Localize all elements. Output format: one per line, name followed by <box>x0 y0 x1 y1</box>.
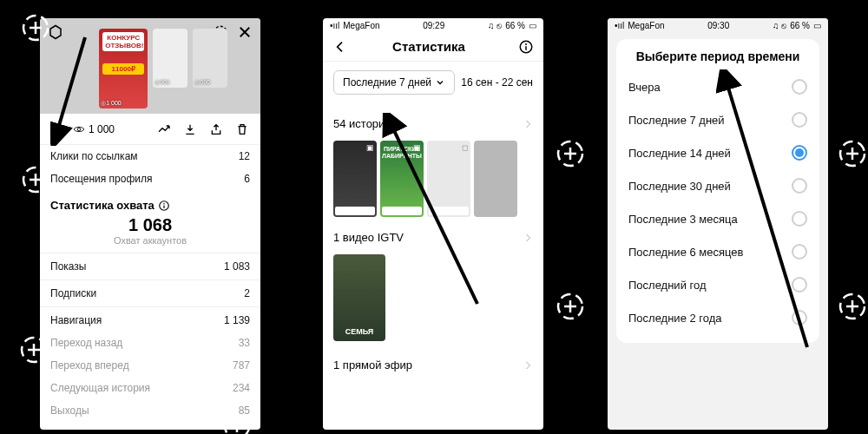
svg-point-4 <box>163 202 165 204</box>
settings-icon[interactable] <box>47 23 64 41</box>
radio-icon <box>792 178 807 194</box>
stat-next-story: Следующая история 234 <box>40 377 260 399</box>
story-header: КОНКУРС ОТЗЫВОВ! 11000₽ ◎1 000 ◎901 ◎680 <box>40 18 260 114</box>
range-dates: 16 сен - 22 сен <box>461 76 533 89</box>
story-views: ◎901 <box>155 79 170 86</box>
label: Показы <box>50 260 86 273</box>
stories-row[interactable]: 54 историй <box>333 110 533 137</box>
page-title: Статистика <box>340 39 517 54</box>
value: 1 139 <box>224 314 250 326</box>
option-label: Последние 2 года <box>628 312 722 325</box>
plus-icon <box>556 139 585 168</box>
svg-point-6 <box>525 43 527 45</box>
story-card[interactable]: ◻ <box>427 141 470 217</box>
story-thumb[interactable]: ◎680 <box>193 29 227 88</box>
label: Переход вперед <box>50 359 129 372</box>
share-icon[interactable] <box>208 122 224 137</box>
chevron-down-icon <box>435 77 445 88</box>
label: Навигация <box>50 314 102 326</box>
reel-icon: ▣ <box>366 143 374 152</box>
igtv-label: СЕМЬЯ <box>333 327 385 336</box>
story-views: ◎1 000 <box>101 100 122 107</box>
radio-icon <box>792 211 807 227</box>
download-icon[interactable] <box>182 122 198 137</box>
option-label: Последние 30 дней <box>628 180 731 193</box>
option-label: Последние 6 месяцев <box>628 246 743 259</box>
story-card[interactable]: ▣ <box>380 141 424 217</box>
value: 1 083 <box>224 260 250 273</box>
close-icon[interactable] <box>236 23 253 41</box>
chevron-right-icon <box>523 233 533 243</box>
story-badge: КОНКУРС ОТЗЫВОВ! <box>102 32 144 51</box>
option-label: Последние 14 дней <box>628 147 731 160</box>
label: 1 прямой эфир <box>333 358 412 372</box>
value: 85 <box>239 404 250 417</box>
views-value: 1 000 <box>89 123 115 135</box>
svg-point-2 <box>77 128 81 131</box>
igtv-row[interactable]: 1 видео IGTV <box>333 224 533 251</box>
reel-icon: ▣ <box>413 143 421 152</box>
period-option[interactable]: Последние 30 дней <box>616 169 819 202</box>
trash-icon[interactable] <box>234 122 250 137</box>
radio-icon <box>792 310 807 326</box>
stat-profile-visits: Посещения профиля 6 <box>40 168 260 190</box>
battery: 66 % <box>505 21 525 30</box>
period-option[interactable]: Последние 2 года <box>616 301 819 334</box>
story-views: ◎680 <box>194 79 210 86</box>
sheet-title: Выберите период времени <box>616 39 819 70</box>
igtv-card[interactable]: СЕМЬЯ <box>333 254 385 341</box>
story-card[interactable] <box>474 141 517 217</box>
period-option[interactable]: Последние 7 дней <box>616 103 819 136</box>
clock: 09:30 <box>707 21 729 30</box>
info-icon[interactable] <box>517 38 535 56</box>
phone-story-insights: КОНКУРС ОТЗЫВОВ! 11000₽ ◎1 000 ◎901 ◎680… <box>40 18 260 430</box>
stories-strip[interactable]: ▣ ▣ ◻ <box>333 137 533 224</box>
label: Клики по ссылкам <box>50 150 138 162</box>
plus-icon <box>838 292 867 321</box>
period-option[interactable]: Последние 14 дней <box>616 136 819 169</box>
label: Выходы <box>50 404 89 417</box>
period-option[interactable]: Последние 3 месяца <box>616 202 819 235</box>
reach-number: 1 068 <box>40 215 260 235</box>
page-header: Статистика <box>323 32 543 62</box>
bar-chart-icon[interactable] <box>50 122 66 137</box>
plus-icon <box>838 139 867 168</box>
option-label: Последний год <box>628 279 707 292</box>
phone-period-picker: •ıılMegaFon 09:30 ♫ ⎋66 %▭ Выберите пери… <box>608 18 828 430</box>
label: Подписки <box>50 287 96 299</box>
range-dropdown[interactable]: Последние 7 дней <box>333 70 455 95</box>
clock: 09:29 <box>423 21 444 30</box>
value: 6 <box>244 173 250 185</box>
live-row[interactable]: 1 прямой эфир <box>333 352 533 378</box>
chevron-right-icon <box>523 119 533 129</box>
story-thumb[interactable]: КОНКУРС ОТЗЫВОВ! 11000₽ ◎1 000 <box>99 29 148 108</box>
radio-icon <box>792 112 807 128</box>
views-count: 1 000 <box>73 123 115 135</box>
label: Следующая история <box>50 382 150 394</box>
story-card[interactable]: ▣ <box>333 141 377 217</box>
period-option[interactable]: Последние 6 месяцев <box>616 235 819 268</box>
carrier: MegaFon <box>628 21 664 30</box>
stat-nav: Навигация 1 139 <box>40 309 260 332</box>
info-icon[interactable] <box>158 200 170 212</box>
period-option[interactable]: Последний год <box>616 268 819 301</box>
value: 787 <box>233 359 250 372</box>
reach-subtitle: Охват аккаунтов <box>40 235 260 246</box>
stat-impressions: Показы 1 083 <box>40 255 260 278</box>
stat-forward: Переход вперед 787 <box>40 354 260 377</box>
status-bar: •ıılMegaFon 09:30 ♫ ⎋66 %▭ <box>608 18 828 32</box>
radio-icon <box>792 244 807 260</box>
svg-point-13 <box>840 141 865 166</box>
date-range-bar: Последние 7 дней 16 сен - 22 сен <box>323 62 543 103</box>
period-option[interactable]: Вчера <box>616 70 819 103</box>
story-price: 11000₽ <box>102 63 144 75</box>
period-sheet: Выберите период времени ВчераПоследние 7… <box>616 39 819 343</box>
story-thumb[interactable]: ◎901 <box>153 29 187 88</box>
plus-icon <box>556 292 585 321</box>
value: 2 <box>244 287 250 299</box>
carrier: MegaFon <box>343 21 379 30</box>
phone-stats-overview: •ıılMegaFon 09:29 ♫ ⎋66 %▭ Статистика По… <box>323 18 543 430</box>
chevron-right-icon <box>523 360 533 371</box>
activity-icon[interactable] <box>156 122 172 137</box>
camera-icon: ◻ <box>462 143 468 152</box>
